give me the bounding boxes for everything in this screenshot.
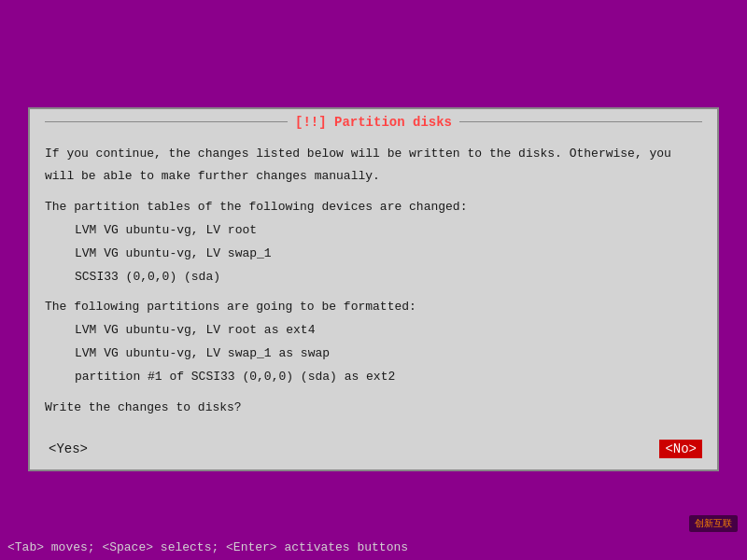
watermark-text: 创新互联	[695, 519, 732, 529]
write-question: Write the changes to disks?	[45, 399, 702, 418]
pt-item-3: SCSI33 (0,0,0) (sda)	[45, 268, 702, 287]
fmt-item-3: partition #1 of SCSI33 (0,0,0) (sda) as …	[45, 368, 702, 387]
dialog-content: If you continue, the changes listed belo…	[30, 133, 717, 433]
fmt-item-1: LVM VG ubuntu-vg, LV root as ext4	[45, 321, 702, 341]
pt-item-2: LVM VG ubuntu-vg, LV swap_1	[45, 245, 702, 264]
fmt-item-2: LVM VG ubuntu-vg, LV swap_1 as swap	[45, 344, 702, 364]
dialog-box: [!!] Partition disks If you continue, th…	[28, 107, 719, 472]
dialog-title: [!!] Partition disks	[288, 115, 459, 130]
intro-section: If you continue, the changes listed belo…	[45, 145, 702, 188]
intro-line2: will be able to make further changes man…	[45, 167, 702, 187]
no-button[interactable]: <No>	[659, 440, 702, 458]
status-text: <Tab> moves; <Space> selects; <Enter> ac…	[7, 540, 408, 554]
title-left-line	[45, 121, 288, 122]
buttons-area: <Yes> <No>	[30, 432, 717, 469]
partition-tables-section: The partition tables of the following de…	[45, 198, 702, 287]
intro-line1: If you continue, the changes listed belo…	[45, 145, 702, 164]
title-right-line	[459, 121, 702, 122]
status-bar: <Tab> moves; <Space> selects; <Enter> ac…	[0, 535, 747, 560]
pt-item-1: LVM VG ubuntu-vg, LV root	[45, 221, 702, 241]
yes-button[interactable]: <Yes>	[45, 440, 92, 458]
format-header: The following partitions are going to be…	[45, 298, 702, 317]
title-bar: [!!] Partition disks	[30, 109, 717, 133]
screen: [!!] Partition disks If you continue, th…	[0, 0, 747, 560]
partition-tables-header: The partition tables of the following de…	[45, 198, 702, 217]
watermark: 创新互联	[689, 515, 738, 532]
format-section: The following partitions are going to be…	[45, 298, 702, 386]
